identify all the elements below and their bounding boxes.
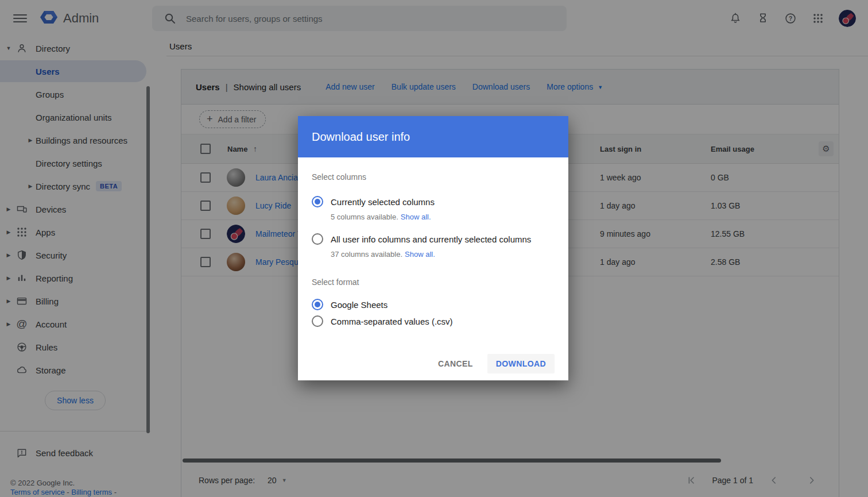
columns-available-note: 37 columns available.Show all. xyxy=(331,250,555,259)
radio-selected-icon[interactable] xyxy=(312,299,323,310)
dialog-title: Download user info xyxy=(312,130,410,144)
show-all-link[interactable]: Show all. xyxy=(405,250,435,259)
show-all-link[interactable]: Show all. xyxy=(401,213,431,221)
dialog-header: Download user info xyxy=(298,116,568,157)
admin-console-app: Admin ? ▼ xyxy=(0,0,868,497)
columns-available-note: 5 columns available.Show all. xyxy=(331,213,555,221)
select-format-label: Select format xyxy=(312,278,555,287)
cancel-button[interactable]: CANCEL xyxy=(429,354,482,373)
select-columns-label: Select columns xyxy=(312,172,555,182)
radio-csv[interactable]: Comma-separated values (.csv) xyxy=(312,315,555,327)
radio-google-sheets[interactable]: Google Sheets xyxy=(312,299,555,310)
dialog-actions: CANCEL DOWNLOAD xyxy=(312,354,555,373)
radio-currently-selected-columns[interactable]: Currently selected columns xyxy=(312,196,555,207)
radio-unselected-icon[interactable] xyxy=(312,315,323,327)
radio-unselected-icon[interactable] xyxy=(312,233,323,245)
download-button[interactable]: DOWNLOAD xyxy=(487,354,555,373)
download-user-info-dialog: Download user info Select columns Curren… xyxy=(298,116,568,380)
dialog-body: Select columns Currently selected column… xyxy=(298,157,568,380)
radio-all-user-info-columns[interactable]: All user info columns and currently sele… xyxy=(312,233,555,245)
radio-selected-icon[interactable] xyxy=(312,196,323,207)
